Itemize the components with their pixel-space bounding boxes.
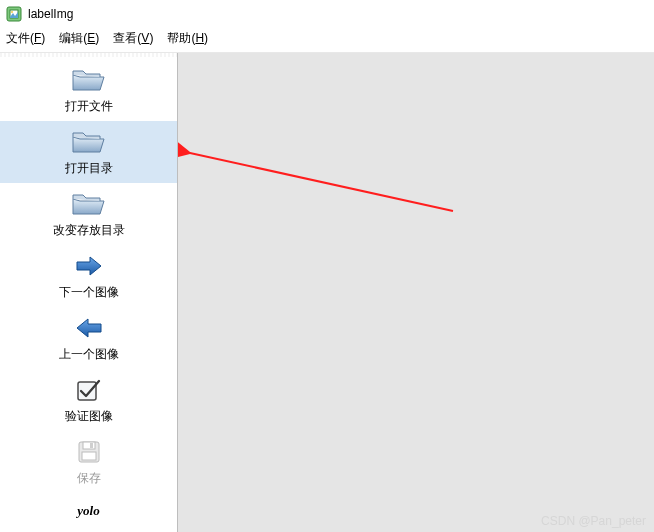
watermark-text: CSDN @Pan_peter xyxy=(541,514,646,528)
open-file-button[interactable]: 打开文件 xyxy=(0,59,177,121)
change-save-dir-label: 改变存放目录 xyxy=(53,222,125,239)
menu-file[interactable]: 文件(F) xyxy=(6,30,45,47)
prev-image-button[interactable]: 上一个图像 xyxy=(0,307,177,369)
arrow-right-icon xyxy=(69,251,109,281)
menu-help-suffix: ) xyxy=(204,31,208,45)
open-dir-label: 打开目录 xyxy=(65,160,113,177)
check-box-icon xyxy=(69,375,109,405)
menu-help-accel: H xyxy=(195,31,204,45)
menu-edit-prefix: 编辑( xyxy=(59,31,87,45)
menu-view-prefix: 查看( xyxy=(113,31,141,45)
side-toolbar-inner: 打开文件 打开目录 xyxy=(0,59,177,532)
side-toolbar: 打开文件 打开目录 xyxy=(0,53,178,532)
menu-view[interactable]: 查看(V) xyxy=(113,30,153,47)
format-yolo-button[interactable]: yolo xyxy=(0,493,177,525)
svg-rect-5 xyxy=(83,442,95,449)
verify-image-label: 验证图像 xyxy=(65,408,113,425)
next-image-label: 下一个图像 xyxy=(59,284,119,301)
open-file-label: 打开文件 xyxy=(65,98,113,115)
verify-image-button[interactable]: 验证图像 xyxy=(0,369,177,431)
prev-image-label: 上一个图像 xyxy=(59,346,119,363)
svg-rect-7 xyxy=(82,452,96,460)
folder-open-icon xyxy=(69,127,109,157)
app-icon xyxy=(6,6,22,22)
svg-rect-6 xyxy=(90,443,93,448)
folder-open-icon xyxy=(69,65,109,95)
menu-bar: 文件(F) 编辑(E) 查看(V) 帮助(H) xyxy=(0,28,654,52)
svg-point-2 xyxy=(11,11,13,13)
window-title: labelImg xyxy=(28,7,73,21)
menu-file-suffix: ) xyxy=(41,31,45,45)
content-area: 打开文件 打开目录 xyxy=(0,52,654,532)
canvas-area xyxy=(178,53,654,532)
yolo-label: yolo xyxy=(77,503,99,519)
menu-view-suffix: ) xyxy=(149,31,153,45)
menu-edit[interactable]: 编辑(E) xyxy=(59,30,99,47)
save-button[interactable]: 保存 xyxy=(0,431,177,493)
svg-line-8 xyxy=(190,153,453,211)
open-dir-button[interactable]: 打开目录 xyxy=(0,121,177,183)
save-label: 保存 xyxy=(77,470,101,487)
menu-help-prefix: 帮助( xyxy=(167,31,195,45)
annotation-arrow-icon xyxy=(178,53,654,532)
next-image-button[interactable]: 下一个图像 xyxy=(0,245,177,307)
menu-file-prefix: 文件( xyxy=(6,31,34,45)
menu-edit-suffix: ) xyxy=(95,31,99,45)
folder-open-icon xyxy=(69,189,109,219)
title-bar: labelImg xyxy=(0,0,654,28)
menu-help[interactable]: 帮助(H) xyxy=(167,30,208,47)
arrow-left-icon xyxy=(69,313,109,343)
floppy-icon xyxy=(69,437,109,467)
change-save-dir-button[interactable]: 改变存放目录 xyxy=(0,183,177,245)
